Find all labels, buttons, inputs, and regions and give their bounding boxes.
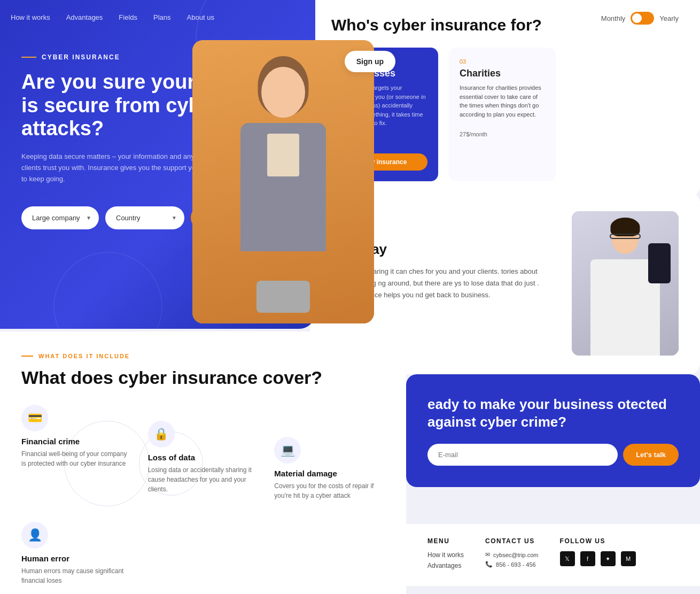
cover-label-text: WHAT DOES IT INCLUDE [38,353,130,359]
footer-email-value: cybsec@trip.com [493,552,539,558]
human-icon: 👤 [21,522,48,549]
social-facebook[interactable]: f [580,551,595,566]
cta-title: eady to make your business otected again… [427,396,679,430]
email-icon: ✉ [485,551,490,558]
cover-item-loss: 🔒 Loss of data Losing data or accidental… [148,421,259,500]
country-select-wrapper: Country United States United Kingdom Ger… [105,206,184,229]
footer-menu-title: MENU [427,537,464,545]
cover-label-line [21,356,33,357]
plan-charities-name: Charities [460,68,545,79]
material-icon: 💻 [274,437,301,464]
cta-submit-button[interactable]: Let's talk [623,444,679,466]
social-medium[interactable]: M [621,551,636,566]
country-select[interactable]: Country United States United Kingdom Ger… [105,206,184,229]
page-wrapper: How it works Advantages Fields Plans Abo… [0,0,700,594]
footer-social-icons: 𝕏 f ✦ M [560,551,636,566]
cta-email-input[interactable] [427,444,618,466]
toggle-row: Monthly Yearly [601,12,679,25]
toggle-yearly-label: Yearly [659,14,679,22]
cover-loss-desc: Losing data or accidentally sharing it c… [148,465,259,494]
company-select[interactable]: Large company Small company Startup Ente… [21,206,99,229]
hero-image-box [192,40,374,323]
cta-section: eady to make your business otected again… [406,374,700,487]
cover-section: WHAT DOES IT INCLUDE What does cyber ins… [0,331,406,594]
glasses [610,234,641,239]
cover-title: What does cyber insurance cover? [21,367,385,389]
cover-human-desc: Human errors may cause significant finan… [21,566,132,585]
main-nav: How it works Advantages Fields Plans Abo… [11,13,214,21]
cover-label: WHAT DOES IT INCLUDE [21,353,385,359]
billing-toggle[interactable] [631,12,654,25]
footer-contact-title: CONTACT US [485,537,539,545]
footer-how-it-works[interactable]: How it works [427,551,464,559]
cover-item-human: 👤 Human error Human errors may cause sig… [21,522,132,585]
toggle-knob [632,13,642,23]
toggle-monthly-label: Monthly [601,14,626,22]
nav-how-it-works[interactable]: How it works [11,13,50,21]
testimonial-image [572,211,679,356]
cover-material-desc: Covers you for the costs of repair if yo… [274,481,385,500]
company-select-wrapper: Large company Small company Startup Ente… [21,206,99,229]
cover-item-material: 💻 Material damage Covers you for the cos… [274,437,385,500]
cover-financial-desc: Financial well-being of your company is … [21,449,132,468]
footer-follow: FOLLOW US 𝕏 f ✦ M [560,537,636,573]
cover-financial-title: Financial crime [21,437,132,446]
hero-image-area: Sign up [192,40,385,326]
phone-device [648,243,671,283]
signup-badge[interactable]: Sign up [345,51,395,72]
footer-follow-title: FOLLOW US [560,537,636,545]
footer-phone-value: 856 - 693 - 456 [496,561,536,568]
plan-charities-price: 27$/month [460,127,545,139]
cyber-label-line [21,57,36,58]
cover-material-title: Material damage [274,469,385,478]
woman-laptop [256,281,310,313]
footer-email: ✉ cybsec@trip.com [485,551,539,558]
cover-item-financial: 💳 Financial crime Financial well-being o… [21,405,132,500]
cover-loss-title: Loss of data [148,453,259,462]
footer-menu: MENU How it works Advantages [427,537,464,573]
woman-face [261,67,305,118]
financial-icon: 💳 [21,405,48,431]
footer-section: MENU How it works Advantages CONTACT US … [406,524,700,586]
nav-about[interactable]: About us [187,13,214,21]
nav-advantages[interactable]: Advantages [66,13,103,21]
woman-shirt [267,134,299,176]
plan-charities-desc: Insurance for charities provides essenti… [460,83,545,119]
plan-charities-num: 03 [460,58,545,65]
cover-grid: 💳 Financial crime Financial well-being o… [21,405,385,585]
footer-advantages[interactable]: Advantages [427,562,464,569]
nav-plans[interactable]: Plans [153,13,171,21]
loss-icon: 🔒 [148,421,175,448]
phone-icon: 📞 [485,561,493,568]
cyber-label-text: CYBER INSURANCE [42,53,120,61]
nav-fields[interactable]: Fields [119,13,137,21]
footer-contact: CONTACT US ✉ cybsec@trip.com 📞 856 - 693… [485,537,539,573]
cta-form: Let's talk [427,444,679,466]
plan-charities: 03 Charities Insurance for charities pro… [449,48,556,181]
social-instagram[interactable]: ✦ [601,551,616,566]
footer-phone: 📞 856 - 693 - 456 [485,561,539,568]
cover-human-title: Human error [21,554,132,563]
social-twitter[interactable]: 𝕏 [560,551,575,566]
